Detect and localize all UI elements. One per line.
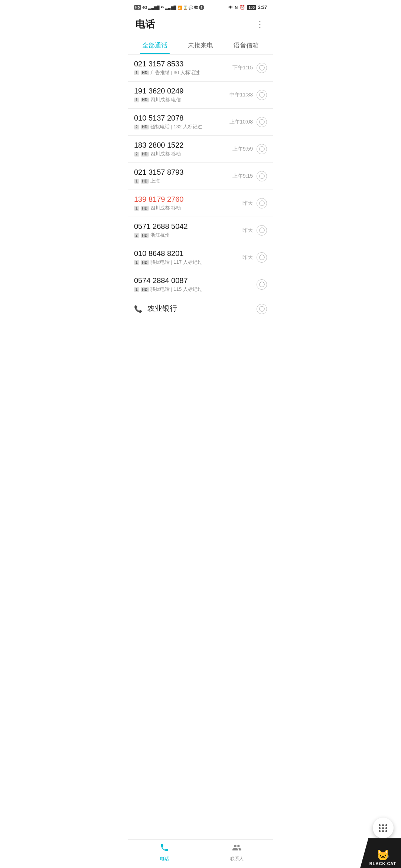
- list-item[interactable]: 010 8648 8201 1 HD 骚扰电话 | 117 人标记过 昨天 ⓘ: [128, 244, 273, 271]
- call-number: 021 3157 8793: [134, 168, 232, 177]
- call-right: 昨天 ⓘ: [242, 198, 267, 208]
- list-item[interactable]: 021 3157 8793 1 HD 上海 上午9:15 ⓘ: [128, 163, 273, 190]
- call-location: 骚扰电话 | 132 人标记过: [150, 124, 202, 130]
- status-bar: HD 4G ▂▄▆█ ⁴ᴳ ▂▄▆█ 📶 ⏳ 💬 微 1 👁 N ⏰ 100 2…: [128, 0, 273, 13]
- call-right: 上午10:08 ⓘ: [229, 117, 267, 127]
- call-sub: 1 HD 骚扰电话 | 117 人标记过: [134, 259, 242, 266]
- info-button[interactable]: ⓘ: [257, 144, 267, 154]
- call-number: 183 2800 1522: [134, 141, 232, 149]
- sim-badge: 1: [134, 70, 139, 75]
- hd-quality-badge: HD: [141, 70, 149, 75]
- list-item[interactable]: 183 2800 1522 2 HD 四川成都 移动 上午9:59 ⓘ: [128, 136, 273, 163]
- header: 电话 ⋮: [128, 13, 273, 34]
- call-number: 农业银行: [147, 303, 257, 313]
- tab-all-calls[interactable]: 全部通话: [136, 38, 173, 54]
- wechat-icon: 💬: [189, 6, 193, 10]
- sim-badge: 1: [134, 206, 139, 211]
- battery-icon: 100: [247, 5, 256, 10]
- call-info: 021 3157 8793 1 HD 上海: [134, 168, 232, 184]
- sim-badge: 1: [134, 287, 139, 292]
- sim-badge: 1: [134, 98, 139, 102]
- sim-badge: 1: [134, 260, 139, 265]
- list-item[interactable]: 0574 2884 0087 1 HD 骚扰电话 | 115 人标记过 ⓘ: [128, 271, 273, 298]
- hd-quality-badge: HD: [141, 206, 149, 211]
- list-item[interactable]: 0571 2688 5042 2 HD 浙江杭州 昨天 ⓘ: [128, 217, 273, 244]
- phone-nav-icon: [160, 843, 169, 855]
- call-number: 010 5137 2078: [134, 114, 229, 122]
- sim-badge: 2: [134, 152, 139, 157]
- call-right: 昨天 ⓘ: [242, 252, 267, 263]
- hd-quality-badge: HD: [141, 260, 149, 265]
- call-location: 骚扰电话 | 115 人标记过: [150, 286, 202, 293]
- list-item[interactable]: 📞 农业银行 ⓘ: [128, 298, 273, 320]
- call-location: 广告推销 | 30 人标记过: [150, 69, 200, 76]
- call-time: 昨天: [242, 254, 253, 261]
- hd-quality-badge: HD: [141, 152, 149, 157]
- wechat-badge: 微: [194, 5, 198, 10]
- info-button[interactable]: ⓘ: [257, 304, 267, 314]
- info-button[interactable]: ⓘ: [257, 90, 267, 100]
- signal-bars: ▂▄▆█: [148, 6, 159, 10]
- call-info: 191 3620 0249 1 HD 四川成都 电信: [134, 87, 229, 103]
- call-right: 中午11:33 ⓘ: [229, 90, 267, 100]
- hd-quality-badge: HD: [141, 125, 149, 129]
- call-info: 021 3157 8533 1 HD 广告推销 | 30 人标记过: [134, 60, 232, 76]
- nfc-icon: N: [235, 5, 238, 10]
- nav-item-contacts[interactable]: 联系人: [222, 843, 252, 862]
- call-time: 昨天: [242, 200, 253, 207]
- tab-missed-calls[interactable]: 未接来电: [182, 38, 219, 54]
- call-info: 010 8648 8201 1 HD 骚扰电话 | 117 人标记过: [134, 249, 242, 266]
- notification-badge: 1: [199, 5, 204, 10]
- call-time: 上午10:08: [229, 119, 253, 125]
- call-right: 上午9:15 ⓘ: [232, 171, 267, 181]
- call-location: 四川成都 移动: [150, 205, 181, 211]
- call-time: 上午9:15: [232, 173, 253, 180]
- sim-badge: 1: [134, 179, 139, 184]
- info-button[interactable]: ⓘ: [257, 117, 267, 127]
- call-info: 0574 2884 0087 1 HD 骚扰电话 | 115 人标记过: [134, 276, 253, 293]
- contacts-nav-label: 联系人: [230, 856, 244, 862]
- call-number-missed: 139 8179 2760: [134, 195, 242, 204]
- info-button[interactable]: ⓘ: [257, 63, 267, 73]
- network-4g: 4G: [142, 6, 147, 10]
- hd-quality-badge: HD: [141, 233, 149, 238]
- call-sub: 1 HD 广告推销 | 30 人标记过: [134, 69, 232, 76]
- call-sub: 1 HD 四川成都 电信: [134, 96, 229, 103]
- signal-bars-2: ▂▄▆█: [165, 6, 176, 10]
- hd-badge: HD: [134, 5, 141, 10]
- sim-badge: 2: [134, 125, 139, 129]
- tab-bar: 全部通话 未接来电 语音信箱: [128, 34, 273, 55]
- tab-voicemail[interactable]: 语音信箱: [228, 38, 265, 54]
- call-sub: 1 HD 骚扰电话 | 115 人标记过: [134, 286, 253, 293]
- call-right: 上午9:59 ⓘ: [232, 144, 267, 154]
- more-menu-button[interactable]: ⋮: [254, 18, 265, 31]
- call-info: 0571 2688 5042 2 HD 浙江杭州: [134, 222, 242, 239]
- call-number: 0571 2688 5042: [134, 222, 242, 231]
- call-sub: 2 HD 四川成都 移动: [134, 151, 232, 157]
- call-sub: 1 HD 四川成都 移动: [134, 205, 242, 211]
- hd-quality-badge: HD: [141, 287, 149, 292]
- call-sub: 2 HD 浙江杭州: [134, 232, 242, 239]
- alarm-icon: ⏰: [239, 5, 245, 10]
- list-item[interactable]: 010 5137 2078 2 HD 骚扰电话 | 132 人标记过 上午10:…: [128, 109, 273, 136]
- network-4g-2: ⁴ᴳ: [161, 6, 164, 10]
- call-time: 昨天: [242, 227, 253, 234]
- info-button[interactable]: ⓘ: [257, 279, 267, 290]
- call-location: 浙江杭州: [150, 232, 170, 239]
- info-button[interactable]: ⓘ: [257, 252, 267, 263]
- info-button[interactable]: ⓘ: [257, 171, 267, 181]
- call-location: 四川成都 电信: [150, 96, 181, 103]
- nav-item-phone[interactable]: 电话: [150, 843, 179, 862]
- list-item[interactable]: 191 3620 0249 1 HD 四川成都 电信 中午11:33 ⓘ: [128, 82, 273, 109]
- list-item[interactable]: 021 3157 8533 1 HD 广告推销 | 30 人标记过 下午1:15…: [128, 55, 273, 82]
- call-location: 骚扰电话 | 117 人标记过: [150, 259, 202, 266]
- clock: 2:37: [258, 5, 267, 10]
- call-right: 下午1:15 ⓘ: [232, 63, 267, 73]
- call-number: 0574 2884 0087: [134, 276, 253, 285]
- call-right: ⓘ: [257, 304, 267, 314]
- list-item[interactable]: 139 8179 2760 1 HD 四川成都 移动 昨天 ⓘ: [128, 190, 273, 217]
- call-right: ⓘ: [253, 279, 267, 290]
- info-button[interactable]: ⓘ: [257, 225, 267, 236]
- phone-nav-label: 电话: [160, 856, 169, 862]
- info-button[interactable]: ⓘ: [257, 198, 267, 208]
